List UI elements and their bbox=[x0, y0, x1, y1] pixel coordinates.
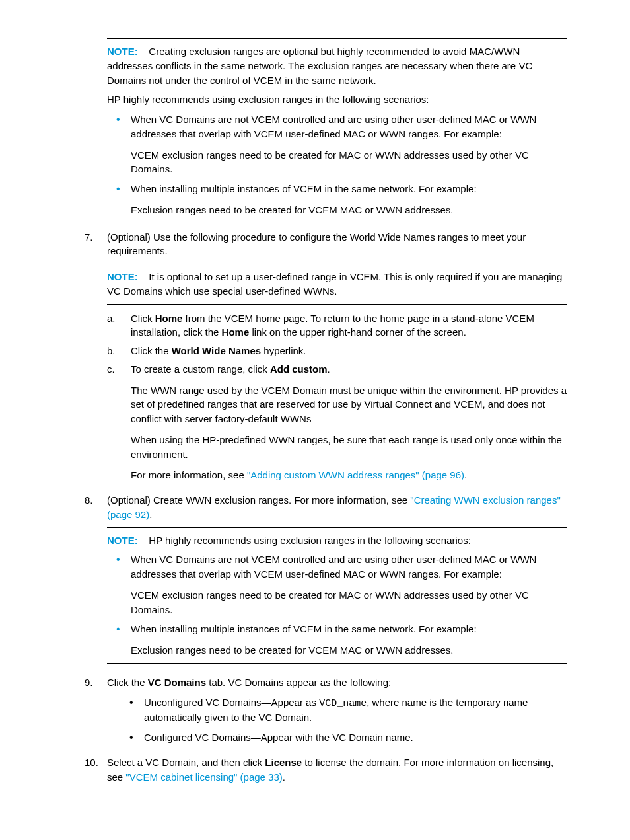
top-note: NOTE: Creating exclusion ranges are opti… bbox=[107, 38, 567, 223]
step8-note: NOTE: HP highly recommends using exclusi… bbox=[107, 527, 567, 664]
text: Click the bbox=[131, 345, 172, 356]
note-label: NOTE: bbox=[107, 535, 138, 546]
bullet-sub: VCEM exclusion ranges need to be created… bbox=[131, 588, 567, 617]
bullet-text: When VC Domains are not VCEM controlled … bbox=[131, 114, 536, 139]
rule bbox=[107, 304, 567, 305]
rule bbox=[107, 663, 567, 664]
list-item: Configured VC Domains—Appear with the VC… bbox=[107, 730, 567, 745]
text: Configured VC Domains—Appear with the VC… bbox=[144, 732, 413, 743]
bullet-text: When VC Domains are not VCEM controlled … bbox=[131, 554, 536, 580]
step-number: 9. bbox=[82, 675, 107, 750]
step-number: 7. bbox=[82, 230, 107, 488]
step-intro: (Optional) Use the following procedure t… bbox=[107, 230, 567, 259]
text: tab. VC Domains appear as the following: bbox=[206, 677, 391, 688]
para: When using the HP-predefined WWN ranges,… bbox=[131, 433, 567, 462]
text: To create a custom range, click bbox=[131, 363, 270, 375]
scenario-bullets: When VC Domains are not VCEM controlled … bbox=[107, 112, 567, 217]
text: hyperlink. bbox=[261, 345, 306, 356]
text: Click the bbox=[107, 677, 148, 688]
wwn-ranges-link[interactable]: "Adding custom WWN address ranges" (page… bbox=[247, 469, 464, 480]
list-item: When VC Domains are not VCEM controlled … bbox=[107, 553, 567, 617]
marker: a. bbox=[107, 311, 127, 326]
text: Click bbox=[131, 313, 155, 324]
marker: b. bbox=[107, 344, 127, 358]
text: . bbox=[328, 363, 330, 375]
note-text: It is optional to set up a user-defined … bbox=[107, 271, 562, 297]
note-text: HP highly recommends using exclusion ran… bbox=[149, 535, 470, 546]
step-number: 10. bbox=[82, 755, 107, 784]
bullet-sub: Exclusion ranges need to be created for … bbox=[131, 643, 567, 658]
bullet-text: When installing multiple instances of VC… bbox=[131, 623, 477, 634]
rule bbox=[107, 223, 567, 223]
text: . bbox=[283, 771, 285, 783]
home-bold: Home bbox=[155, 313, 183, 324]
recommend-text: HP highly recommends using exclusion ran… bbox=[107, 93, 567, 107]
substep-c: c. To create a custom range, click Add c… bbox=[107, 362, 567, 482]
text: Select a VC Domain, and then click bbox=[107, 757, 265, 768]
step-9: 9. Click the VC Domains tab. VC Domains … bbox=[82, 675, 567, 750]
note-text: Creating exclusion ranges are optional b… bbox=[107, 46, 532, 86]
bullet-text: When installing multiple instances of VC… bbox=[131, 183, 477, 194]
substep-a: a. Click Home from the VCEM home page. T… bbox=[107, 311, 567, 340]
text: Unconfigured VC Domains—Appear as bbox=[144, 697, 319, 708]
licensing-link[interactable]: "VCEM cabinet licensing" (page 33) bbox=[125, 771, 282, 783]
rule bbox=[107, 264, 567, 264]
step7-substeps: a. Click Home from the VCEM home page. T… bbox=[107, 311, 567, 483]
text: . bbox=[464, 469, 467, 480]
step-number: 8. bbox=[82, 493, 107, 670]
vcd-name-mono: VCD_name bbox=[319, 698, 367, 709]
text: . bbox=[149, 509, 152, 520]
bullet-sub: Exclusion ranges need to be created for … bbox=[131, 203, 567, 217]
vc-domains-bold: VC Domains bbox=[148, 677, 206, 688]
list-item: Unconfigured VC Domains—Appear as VCD_na… bbox=[107, 695, 567, 726]
step-8: 8. (Optional) Create WWN exclusion range… bbox=[82, 493, 567, 670]
step-10: 10. Select a VC Domain, and then click L… bbox=[82, 755, 567, 784]
add-custom-bold: Add custom bbox=[270, 363, 328, 375]
step7-note: NOTE: It is optional to set up a user-de… bbox=[107, 264, 567, 305]
text: For more information, see bbox=[131, 469, 247, 480]
note-label: NOTE: bbox=[107, 271, 138, 282]
note-label: NOTE: bbox=[107, 46, 138, 57]
step9-bullets: Unconfigured VC Domains—Appear as VCD_na… bbox=[107, 695, 567, 745]
list-item: When installing multiple instances of VC… bbox=[107, 622, 567, 658]
home-bold: Home bbox=[222, 326, 250, 338]
text: (Optional) Create WWN exclusion ranges. … bbox=[107, 494, 410, 506]
license-bold: License bbox=[265, 757, 302, 768]
text: link on the upper right-hand corner of t… bbox=[249, 326, 466, 338]
para: The WWN range used by the VCEM Domain mu… bbox=[131, 383, 567, 426]
bullet-sub: VCEM exclusion ranges need to be created… bbox=[131, 148, 567, 177]
substep-b: b. Click the World Wide Names hyperlink. bbox=[107, 344, 567, 358]
list-item: When VC Domains are not VCEM controlled … bbox=[107, 112, 567, 176]
marker: c. bbox=[107, 362, 127, 377]
rule bbox=[107, 38, 567, 39]
step-7: 7. (Optional) Use the following procedur… bbox=[82, 230, 567, 488]
scenario-bullets: When VC Domains are not VCEM controlled … bbox=[107, 553, 567, 658]
list-item: When installing multiple instances of VC… bbox=[107, 182, 567, 217]
wwn-bold: World Wide Names bbox=[172, 345, 261, 356]
rule bbox=[107, 527, 567, 528]
